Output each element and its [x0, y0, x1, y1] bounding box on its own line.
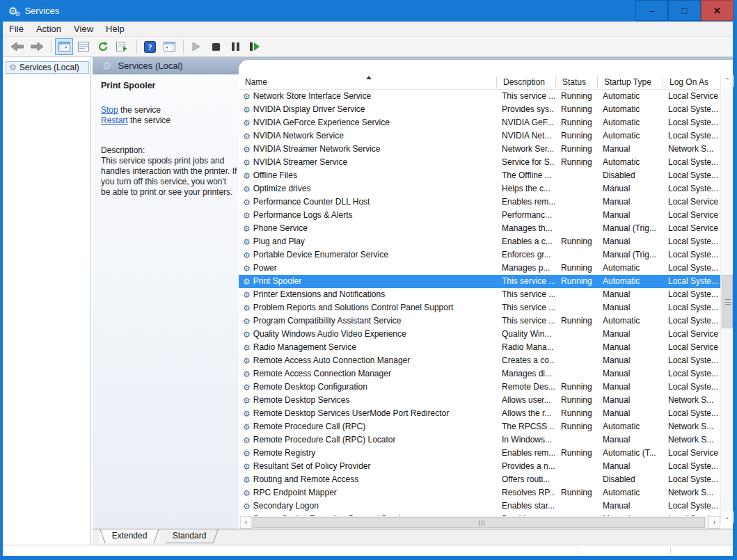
table-row[interactable]: ⚙NVIDIA Display Driver ServiceProvides s… [239, 103, 720, 116]
cell-logon: Local Syste... [668, 288, 720, 301]
tab-standard[interactable]: Standard [160, 529, 219, 543]
cell-desc: Offers routi... [502, 473, 555, 486]
help-icon[interactable]: ? [141, 38, 159, 55]
table-row[interactable]: ⚙Print SpoolerThis service ...RunningAut… [239, 275, 720, 288]
table-row[interactable]: ⚙Quality Windows Audio Video ExperienceQ… [239, 328, 720, 341]
cell-logon: Network S... [668, 486, 720, 499]
table-row[interactable]: ⚙Secondary LogonEnables star...ManualLoc… [239, 499, 720, 513]
restart-service-icon[interactable] [246, 38, 264, 55]
table-row[interactable]: ⚙Plug and PlayEnables a c...RunningManua… [239, 235, 720, 248]
properties-icon[interactable] [74, 38, 93, 55]
table-row[interactable]: ⚙Performance Counter DLL HostEnables rem… [239, 195, 720, 209]
table-row[interactable]: ⚙RPC Endpoint MapperResolves RP...Runnin… [239, 486, 720, 499]
table-row[interactable]: ⚙Remote Procedure Call (RPC)The RPCSS ..… [239, 420, 720, 433]
column-divider[interactable] [597, 77, 598, 88]
menu-action[interactable]: Action [30, 22, 68, 35]
menu-view[interactable]: View [68, 22, 100, 35]
tree-item-services-local[interactable]: ⚙ Services (Local) [6, 61, 89, 74]
table-row[interactable]: ⚙PowerManages p...RunningAutomaticLocal … [239, 262, 720, 275]
table-row[interactable]: ⚙Remote RegistryEnables rem...RunningAut… [239, 447, 720, 460]
vertical-scrollbar-thumb[interactable] [722, 275, 733, 328]
cell-logon: Local Syste... [668, 473, 720, 486]
column-header-name[interactable]: Name [245, 77, 267, 87]
close-button[interactable]: ✕ [701, 0, 734, 21]
table-row[interactable]: ⚙Portable Device Enumerator ServiceEnfor… [239, 248, 720, 262]
column-header-log-on-as[interactable]: Log On As [669, 77, 708, 87]
horizontal-scrollbar[interactable]: ‹ › [240, 516, 720, 529]
table-row[interactable]: ⚙Performance Logs & AlertsPerformanc...M… [239, 209, 720, 222]
column-divider[interactable] [496, 77, 497, 88]
horizontal-scrollbar-thumb[interactable] [253, 517, 705, 528]
table-row[interactable]: ⚙Remote Procedure Call (RPC) LocatorIn W… [239, 433, 720, 447]
show-console-tree-icon[interactable] [55, 38, 73, 55]
table-row[interactable]: ⚙Resultant Set of Policy ProviderProvide… [239, 460, 720, 473]
table-row[interactable]: ⚙Remote Access Auto Connection ManagerCr… [239, 354, 720, 367]
cell-desc: Provides sys... [502, 103, 555, 116]
table-row[interactable]: ⚙Offline FilesThe Offline ...DisabledLoc… [239, 169, 720, 182]
scroll-right-icon[interactable]: › [708, 516, 720, 529]
forward-icon[interactable] [28, 38, 46, 55]
table-row[interactable]: ⚙Program Compatibility Assistant Service… [239, 314, 720, 328]
start-service-icon[interactable] [187, 38, 205, 55]
column-header-status[interactable]: Status [562, 77, 586, 87]
cell-start: Automatic (T... [603, 447, 664, 460]
service-gear-icon: ⚙ [243, 436, 251, 445]
services-gear-icon: ⚙⚙ [8, 6, 17, 16]
stop-service-icon[interactable] [207, 38, 225, 55]
stop-suffix: the service [118, 105, 161, 115]
cell-start: Automatic [603, 262, 664, 275]
table-row[interactable]: ⚙Remote Desktop ConfigurationRemote Des.… [239, 381, 720, 394]
cell-name: ⚙Radio Management Service [243, 341, 495, 354]
cell-start: Manual [603, 182, 664, 195]
table-row[interactable]: ⚙Printer Extensions and NotificationsThi… [239, 288, 720, 301]
column-header-description[interactable]: Description [503, 77, 545, 87]
scroll-up-icon[interactable]: ⌃ [721, 75, 734, 87]
menu-help[interactable]: Help [100, 22, 131, 35]
export-list-icon[interactable] [113, 38, 132, 55]
service-gear-icon: ⚙ [243, 410, 251, 418]
show-action-pane-icon[interactable] [160, 38, 178, 55]
table-row[interactable]: ⚙Remote Desktop ServicesAllows user...Ru… [239, 394, 720, 407]
back-icon[interactable] [8, 38, 26, 55]
cell-name: ⚙Remote Access Auto Connection Manager [243, 354, 495, 367]
cell-start: Automatic [603, 420, 664, 433]
view-tabs: Extended Standard [93, 529, 733, 545]
scroll-down-icon[interactable]: ⌄ [721, 511, 734, 523]
table-row[interactable]: ⚙Routing and Remote AccessOffers routi..… [239, 473, 720, 486]
tab-extended[interactable]: Extended [100, 529, 159, 543]
table-row[interactable]: ⚙Remote Access Connection ManagerManages… [239, 367, 720, 381]
column-header-startup-type[interactable]: Startup Type [604, 77, 651, 87]
stop-service-link[interactable]: Stop [101, 105, 118, 115]
column-divider[interactable] [555, 77, 556, 88]
service-gear-icon: ⚙ [243, 423, 251, 431]
cell-stat: Running [561, 381, 600, 394]
cell-stat: Running [561, 90, 600, 103]
minimize-button[interactable]: – [635, 0, 668, 21]
toolbar-separator [51, 40, 51, 54]
cell-logon: Network S... [668, 433, 720, 447]
column-divider[interactable] [663, 77, 663, 88]
table-row[interactable]: ⚙NVIDIA Streamer ServiceService for S...… [239, 156, 720, 169]
table-row[interactable]: ⚙NVIDIA GeForce Experience ServiceNVIDIA… [239, 116, 720, 129]
cell-name: ⚙Plug and Play [243, 235, 495, 248]
table-row[interactable]: ⚙NVIDIA Streamer Network ServiceNetwork … [239, 143, 720, 156]
table-row[interactable]: ⚙Problem Reports and Solutions Control P… [239, 301, 720, 314]
refresh-icon[interactable] [94, 38, 112, 55]
menu-file[interactable]: File [3, 22, 30, 35]
table-row[interactable]: ⚙Phone ServiceManages th...Manual (Trig.… [239, 222, 720, 235]
pause-service-icon[interactable] [226, 38, 244, 55]
restart-service-link[interactable]: Restart [101, 115, 128, 125]
vertical-scrollbar[interactable]: ⌃ ⌄ [720, 75, 733, 523]
service-gear-icon: ⚙ [243, 132, 251, 141]
table-row[interactable]: ⚙NVIDIA Network ServiceNVIDIA Net...Runn… [239, 129, 720, 143]
maximize-button[interactable]: □ [668, 0, 701, 21]
tab-edge [212, 529, 218, 543]
table-row[interactable]: ⚙Optimize drivesHelps the c...ManualLoca… [239, 182, 720, 195]
table-row[interactable]: ⚙Remote Desktop Services UserMode Port R… [239, 407, 720, 420]
cell-name: ⚙Remote Access Connection Manager [243, 367, 495, 381]
title-bar[interactable]: ⚙⚙ Services – □ ✕ [0, 0, 737, 22]
table-row[interactable]: ⚙Network Store Interface ServiceThis ser… [239, 90, 720, 103]
cell-logon: Local Syste... [668, 314, 720, 328]
scroll-left-icon[interactable]: ‹ [240, 516, 252, 529]
table-row[interactable]: ⚙Radio Management ServiceRadio Mana...Ma… [239, 341, 720, 354]
